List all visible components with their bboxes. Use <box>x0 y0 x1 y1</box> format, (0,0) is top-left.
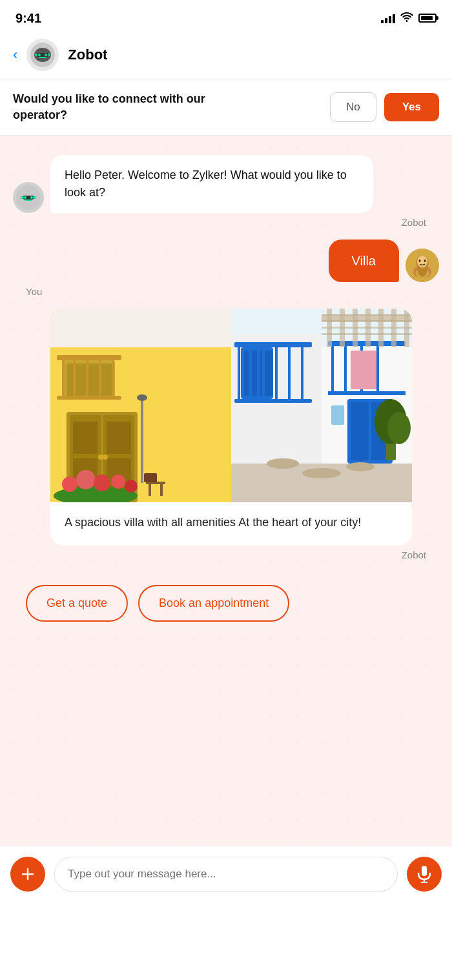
card-description: A spacious villa with all amenities At t… <box>50 502 412 546</box>
svg-rect-71 <box>331 342 334 394</box>
svg-rect-62 <box>234 342 312 347</box>
svg-rect-14 <box>25 199 32 201</box>
user-message-row: Villa <box>13 240 439 282</box>
svg-point-46 <box>111 475 125 489</box>
svg-point-10 <box>24 196 26 199</box>
svg-point-84 <box>267 458 299 469</box>
svg-rect-97 <box>322 327 412 329</box>
user-sender: You <box>26 286 439 297</box>
svg-rect-96 <box>322 320 412 322</box>
user-bubble: Villa <box>329 240 399 282</box>
svg-rect-72 <box>344 342 347 394</box>
svg-rect-69 <box>301 342 303 399</box>
bot-sender-2: Zobot <box>13 549 426 560</box>
svg-rect-79 <box>331 405 344 425</box>
svg-rect-95 <box>322 314 412 316</box>
card-images <box>50 309 412 502</box>
yes-button[interactable]: Yes <box>384 93 439 121</box>
svg-rect-68 <box>288 342 291 399</box>
operator-question: Would you like to connect with our opera… <box>13 91 226 123</box>
svg-rect-37 <box>107 422 131 454</box>
nav-bar: ‹ Zobot <box>0 34 452 79</box>
svg-rect-7 <box>39 57 46 58</box>
svg-rect-13 <box>33 196 36 199</box>
signal-icon <box>381 13 395 23</box>
svg-rect-28 <box>62 355 65 396</box>
status-icons <box>381 12 437 25</box>
mic-button[interactable] <box>407 857 442 892</box>
status-bar: 9:41 <box>0 0 452 34</box>
svg-point-18 <box>417 256 427 267</box>
svg-rect-64 <box>238 342 240 399</box>
card-description-text: A spacious villa with all amenities At t… <box>65 516 361 529</box>
action-buttons: Get a quote Book an appointment <box>13 572 439 637</box>
svg-point-45 <box>94 475 110 491</box>
bot-message-row-1: Hello Peter. Welcome to Zylker! What wou… <box>13 155 439 213</box>
svg-rect-32 <box>112 355 114 396</box>
svg-rect-77 <box>351 402 369 460</box>
svg-rect-101 <box>422 866 427 876</box>
message-input[interactable] <box>54 857 398 892</box>
bot-message-text-1: Hello Peter. Welcome to Zylker! What wou… <box>65 168 347 199</box>
svg-point-20 <box>424 260 426 262</box>
svg-rect-49 <box>149 484 151 496</box>
bot-bubble-1: Hello Peter. Welcome to Zylker! What wou… <box>50 155 373 213</box>
svg-point-11 <box>30 196 33 199</box>
villa-image-left <box>50 309 231 502</box>
svg-rect-75 <box>328 391 406 395</box>
svg-rect-12 <box>21 196 24 199</box>
bot-avatar-1 <box>13 182 44 213</box>
bot-avatar-nav <box>26 39 59 71</box>
svg-point-19 <box>419 260 421 262</box>
svg-rect-63 <box>234 399 312 403</box>
svg-rect-36 <box>73 422 98 454</box>
svg-rect-67 <box>275 342 278 399</box>
user-avatar <box>406 249 439 282</box>
user-message-text: Villa <box>352 254 376 268</box>
svg-rect-51 <box>144 473 157 482</box>
battery-icon <box>418 14 437 23</box>
svg-point-44 <box>76 470 96 489</box>
svg-rect-98 <box>322 333 412 335</box>
back-button[interactable]: ‹ <box>13 48 17 62</box>
svg-point-47 <box>125 480 138 493</box>
wifi-icon <box>400 12 413 25</box>
book-appointment-button[interactable]: Book an appointment <box>138 585 289 622</box>
input-bar <box>0 846 452 911</box>
svg-point-83 <box>387 412 411 444</box>
svg-point-5 <box>38 54 41 56</box>
no-button[interactable]: No <box>330 92 376 122</box>
svg-rect-65 <box>249 342 252 399</box>
svg-point-85 <box>302 468 341 478</box>
svg-rect-61 <box>260 351 272 396</box>
get-quote-button[interactable]: Get a quote <box>26 585 128 622</box>
svg-point-6 <box>45 54 47 56</box>
chat-area: Hello Peter. Welcome to Zylker! What wou… <box>0 136 452 846</box>
svg-point-41 <box>103 454 108 460</box>
svg-point-43 <box>62 476 77 492</box>
svg-rect-66 <box>262 342 265 399</box>
bot-sender-1: Zobot <box>13 217 426 228</box>
svg-point-40 <box>98 454 103 460</box>
svg-rect-27 <box>57 396 121 400</box>
bot-name-title: Zobot <box>68 46 107 63</box>
add-button[interactable] <box>10 857 45 892</box>
svg-rect-31 <box>99 355 101 396</box>
operator-banner: Would you like to connect with our opera… <box>0 79 452 136</box>
property-card: A spacious villa with all amenities At t… <box>50 309 412 546</box>
svg-rect-29 <box>73 355 76 396</box>
svg-rect-52 <box>141 399 143 483</box>
status-time: 9:41 <box>15 11 41 26</box>
svg-rect-50 <box>160 484 163 496</box>
svg-point-53 <box>137 394 147 401</box>
svg-point-86 <box>346 462 375 471</box>
villa-image-right <box>231 309 412 502</box>
svg-rect-74 <box>376 342 379 394</box>
svg-rect-80 <box>351 351 376 389</box>
svg-rect-30 <box>86 355 88 396</box>
banner-buttons: No Yes <box>330 92 439 122</box>
